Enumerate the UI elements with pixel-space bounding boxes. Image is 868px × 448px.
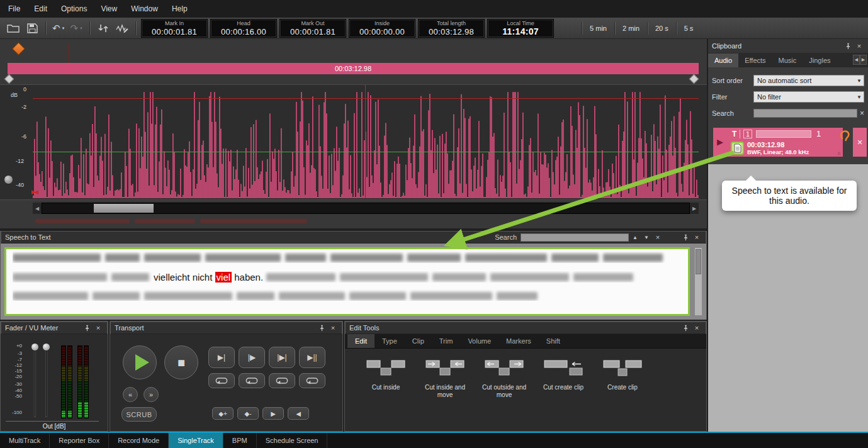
scroll-right-icon[interactable]: ▶ — [690, 203, 699, 214]
redo-button[interactable]: ↷▼ — [70, 23, 84, 34]
cut-inside-tool[interactable]: Cut inside — [358, 359, 414, 431]
create-clip-tool[interactable]: Create clip — [594, 359, 651, 431]
undo-button[interactable]: ↶▼ — [52, 23, 65, 34]
loop-button-4[interactable] — [299, 373, 325, 388]
tab-multitrack[interactable]: MultiTrack — [0, 433, 50, 448]
play-button[interactable] — [123, 345, 157, 379]
menu-window[interactable]: Window — [124, 0, 165, 18]
loop-button-3[interactable] — [269, 373, 295, 388]
play-from-cursor-button[interactable]: |▶ — [239, 347, 265, 368]
clip-item[interactable]: ▶ T 1 1 00:03:12.98 BWF, Linear; 48.0 kH… — [713, 128, 843, 157]
zoom-preset-2min[interactable]: 2 min — [615, 21, 647, 36]
tab-reporter-box[interactable]: Reporter Box — [50, 433, 109, 448]
marker-remove-button[interactable]: ◆- — [237, 407, 259, 420]
tab-audio[interactable]: Audio — [708, 53, 738, 67]
tab-record-mode[interactable]: Record Mode — [109, 433, 169, 448]
play-selection-button[interactable]: |▶| — [269, 347, 295, 368]
play-to-cursor-button[interactable]: ▶| — [208, 347, 235, 368]
zoom-preset-20s[interactable]: 20 s — [648, 21, 676, 36]
cut-outside-move-tool[interactable]: Cut outside and move — [476, 359, 533, 431]
tab-music[interactable]: Music — [772, 53, 803, 67]
edit-signal-icon[interactable] — [114, 21, 130, 36]
level-marker-line[interactable] — [33, 152, 699, 152]
waveform-canvas[interactable] — [33, 86, 699, 198]
collapse-chevrons-icon[interactable]: « — [836, 152, 843, 155]
transcript-scrollbar[interactable] — [694, 247, 702, 316]
scrollbar-handle[interactable] — [94, 204, 154, 213]
tab-jingles[interactable]: Jingles — [803, 53, 837, 67]
tab-clip[interactable]: Clip — [405, 334, 432, 348]
range-end-handle[interactable] — [689, 74, 699, 84]
tab-scroll-right-icon[interactable]: ▶ — [860, 55, 867, 65]
nudge-right-button[interactable]: ▶ — [262, 407, 284, 420]
search-clear-icon[interactable]: × — [653, 233, 663, 242]
zoom-preset-5s[interactable]: 5 s — [677, 21, 701, 36]
close-icon[interactable]: × — [692, 323, 702, 332]
overview-bar[interactable]: 00:03:12.98 — [8, 63, 699, 74]
loop-button-2[interactable] — [239, 373, 265, 388]
playhead[interactable] — [365, 85, 366, 198]
zoom-preset-5min[interactable]: 5 min — [582, 21, 614, 36]
clip-play-icon[interactable]: ▶ — [717, 137, 723, 147]
close-icon[interactable]: × — [854, 42, 864, 50]
menu-edit[interactable]: Edit — [27, 0, 54, 18]
side-knob[interactable] — [4, 175, 13, 184]
position-marker-icon[interactable] — [12, 42, 25, 55]
menu-options[interactable]: Options — [54, 0, 94, 18]
clip-delete-button[interactable]: × — [853, 128, 867, 157]
open-folder-icon[interactable] — [5, 21, 21, 36]
tab-volume[interactable]: Volume — [460, 334, 499, 348]
fader-track-right[interactable] — [45, 347, 47, 417]
filter-select[interactable]: No filter ▼ — [753, 91, 864, 103]
tab-bpm[interactable]: BPM — [223, 433, 257, 448]
tab-type[interactable]: Type — [375, 334, 405, 348]
tab-markers[interactable]: Markers — [499, 334, 539, 348]
pin-icon[interactable] — [317, 323, 327, 332]
search-next-icon[interactable]: ▼ — [641, 233, 651, 242]
tab-trim[interactable]: Trim — [432, 334, 461, 348]
scroll-left-icon[interactable]: ◀ — [33, 203, 42, 214]
search-prev-icon[interactable]: ▲ — [630, 233, 640, 242]
cut-inside-move-tool[interactable]: Cut inside and move — [417, 359, 473, 431]
menu-file[interactable]: File — [1, 0, 27, 18]
tab-effects[interactable]: Effects — [738, 53, 772, 67]
pin-icon[interactable] — [843, 42, 853, 50]
stt-search-input[interactable] — [521, 233, 629, 242]
skip-forward-button[interactable]: » — [144, 387, 159, 402]
scrollbar-handle[interactable] — [696, 249, 701, 274]
tab-shift[interactable]: Shift — [539, 334, 568, 348]
search-clear-icon[interactable]: × — [860, 109, 864, 118]
sort-order-select[interactable]: No automatic sort ▼ — [753, 75, 864, 86]
menu-view[interactable]: View — [94, 0, 124, 18]
tab-schedule-screen[interactable]: Schedule Screen — [257, 433, 328, 448]
save-icon[interactable] — [24, 21, 40, 36]
fader-knob-left[interactable] — [31, 343, 39, 351]
close-icon[interactable]: × — [692, 233, 702, 242]
scrollbar-track[interactable] — [42, 203, 690, 214]
nudge-left-button[interactable]: ◀ — [288, 407, 309, 420]
marker-add-button[interactable]: ◆+ — [212, 407, 234, 420]
wave-display[interactable]: 0 dB -2 -6 -12 -40 — [0, 84, 707, 200]
menu-help[interactable]: Help — [165, 0, 194, 18]
tab-scroll-left-icon[interactable]: ◀ — [853, 55, 860, 65]
fader-knob-right[interactable] — [42, 343, 50, 351]
clipboard-search-input[interactable] — [753, 109, 857, 118]
close-icon[interactable]: × — [328, 323, 338, 332]
ear-icon[interactable] — [840, 130, 851, 145]
pin-icon[interactable] — [680, 323, 690, 332]
fader-track-left[interactable] — [34, 347, 36, 417]
cut-create-clip-tool[interactable]: Cut create clip — [535, 359, 592, 431]
pin-icon[interactable] — [680, 233, 690, 242]
pin-icon[interactable] — [82, 323, 92, 332]
loop-button-1[interactable] — [208, 373, 235, 388]
tab-edit[interactable]: Edit — [347, 334, 375, 348]
range-start-handle[interactable] — [4, 74, 14, 84]
transcript-textbox[interactable]: vielleicht nicht viel haben. — [4, 247, 690, 316]
tab-singletrack[interactable]: SingleTrack — [169, 433, 223, 448]
skip-back-button[interactable]: « — [123, 387, 138, 402]
transfer-icon[interactable] — [95, 21, 111, 36]
scrub-button[interactable]: SCRUB — [121, 407, 157, 422]
speech-to-text-doc-icon[interactable] — [731, 142, 744, 155]
play-over-cut-button[interactable]: ▶|| — [299, 347, 325, 368]
close-icon[interactable]: × — [93, 323, 103, 332]
